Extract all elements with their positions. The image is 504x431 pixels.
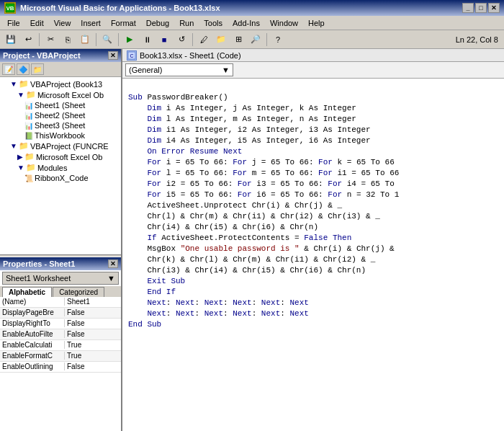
tb-undo[interactable]: ↩: [20, 32, 36, 47]
properties-content: Sheet1 Worksheet ▼ Alphabetic Categorize…: [0, 270, 121, 432]
toolbar: 💾 ↩ ✂ ⎘ 📋 🔍 ▶ ⏸ ■ ↺ 🖊 📁 ⊞ 🔎 ? Ln 22, Col…: [0, 30, 504, 49]
properties-close[interactable]: ✕: [108, 259, 118, 268]
tree-label: Microsoft Excel Ob: [36, 153, 102, 161]
properties-tabs: Alphabetic Categorized: [0, 286, 121, 297]
tree-sheet1[interactable]: 📊 Sheet1 (Sheet: [0, 100, 121, 110]
tb-copy[interactable]: ⎘: [60, 32, 76, 47]
props-name-label: (Name): [0, 298, 65, 306]
menu-addins[interactable]: Add-Ins: [228, 18, 264, 28]
code-window-icon: C: [127, 50, 137, 61]
tb-paste[interactable]: 📋: [77, 32, 93, 47]
tree-label: Sheet1 (Sheet: [35, 101, 85, 110]
svg-text:VB: VB: [6, 5, 14, 12]
tree-label: VBAProject (FUNCRE: [30, 142, 109, 151]
menu-edit[interactable]: Edit: [26, 18, 48, 28]
props-value: True: [65, 352, 84, 360]
close-btn[interactable]: ✕: [488, 3, 500, 13]
tab-categorized[interactable]: Categorized: [53, 287, 104, 297]
tree-vbaproject-funcre[interactable]: ▼ 📁 VBAProject (FUNCRE: [0, 141, 121, 151]
props-row-enableoutlining: EnableOutlining False: [0, 362, 121, 373]
code-editor[interactable]: Sub PasswordBreaker() Dim i As Integer, …: [122, 79, 504, 431]
tree-label: Microsoft Excel Ob: [37, 91, 104, 99]
tree-modules[interactable]: ▼ 📁 Modules: [0, 162, 121, 173]
code-general-dropdown[interactable]: (General) ▼: [125, 63, 233, 76]
props-row-displayrightto: DisplayRightTo False: [0, 319, 121, 329]
tree-excel-objects-1[interactable]: ▼ 📁 Microsoft Excel Ob: [0, 89, 121, 100]
properties-title: Properties - Sheet1: [3, 259, 75, 268]
tree-vbaproject-book13[interactable]: ▼ 📁 VBAProject (Book13: [0, 79, 121, 89]
tb-help[interactable]: ?: [270, 32, 286, 47]
project-explorer-header: Project - VBAProject ✕: [0, 49, 121, 62]
props-value: False: [65, 319, 86, 327]
tb-sep3: [118, 33, 119, 46]
toggle-folders-btn[interactable]: 📁: [31, 63, 44, 75]
code-window-title: C Book13.xlsx - Sheet1 (Code): [122, 49, 504, 62]
cursor-position: Ln 22, Col 8: [456, 35, 501, 44]
minimize-btn[interactable]: _: [462, 3, 474, 13]
tb-designer[interactable]: 🖊: [196, 32, 212, 47]
menu-run[interactable]: Run: [175, 18, 198, 28]
menu-tools[interactable]: Tools: [199, 18, 227, 28]
properties-header: Properties - Sheet1 ✕: [0, 257, 121, 270]
tree-sheet3[interactable]: 📊 Sheet3 (Sheet: [0, 120, 121, 130]
tree-ribbonx[interactable]: 📜 RibbonX_Code: [0, 173, 121, 183]
app-icon: VB: [4, 2, 16, 14]
menu-bar: File Edit View Insert Format Debug Run T…: [0, 16, 504, 30]
props-row-enableautofilte: EnableAutoFilte False: [0, 329, 121, 340]
tb-pause[interactable]: ⏸: [139, 32, 155, 47]
tb-props[interactable]: ⊞: [230, 32, 246, 47]
menu-file[interactable]: File: [3, 18, 24, 28]
menu-help[interactable]: Help: [304, 18, 329, 28]
code-editor-panel: C Book13.xlsx - Sheet1 (Code) (General) …: [122, 49, 504, 431]
props-name-label: EnableAutoFilte: [0, 330, 65, 338]
props-name-label: EnableOutlining: [0, 363, 65, 370]
main-content: Project - VBAProject ✕ 📝 🔷 📁 ▼ 📁 VBAProj…: [0, 49, 504, 431]
tb-objbr[interactable]: 🔎: [248, 32, 264, 47]
tb-stop[interactable]: ■: [156, 32, 172, 47]
dropdown-arrow: ▼: [222, 66, 230, 74]
tree-label: Sheet3 (Sheet: [35, 121, 85, 130]
props-value: False: [65, 363, 86, 370]
menu-window[interactable]: Window: [266, 18, 302, 28]
tb-save[interactable]: 💾: [3, 32, 19, 47]
props-name-label: DisplayPageBre: [0, 308, 65, 316]
props-name-label: DisplayRightTo: [0, 319, 65, 327]
view-object-btn[interactable]: 🔷: [17, 63, 30, 75]
props-dropdown-value: Sheet1 Worksheet: [6, 274, 71, 283]
tb-find[interactable]: 🔍: [99, 32, 115, 47]
menu-debug[interactable]: Debug: [142, 18, 174, 28]
left-panel: Project - VBAProject ✕ 📝 🔷 📁 ▼ 📁 VBAProj…: [0, 49, 122, 431]
project-toolbar: 📝 🔷 📁: [0, 62, 121, 77]
props-row-displaypagebr: DisplayPageBre False: [0, 308, 121, 319]
tree-sheet2[interactable]: 📊 Sheet2 (Sheet: [0, 110, 121, 120]
properties-table: (Name) Sheet1 DisplayPageBre False Displ…: [0, 297, 121, 432]
properties-panel: Properties - Sheet1 ✕ Sheet1 Worksheet ▼…: [0, 257, 121, 432]
title-bar: VB Microsoft Visual Basic for Applicatio…: [0, 0, 504, 16]
menu-insert[interactable]: Insert: [76, 18, 105, 28]
tb-cut[interactable]: ✂: [42, 32, 58, 47]
window-controls: _ □ ✕: [462, 3, 500, 13]
properties-dropdown[interactable]: Sheet1 Worksheet ▼: [2, 272, 119, 285]
tb-sep4: [192, 33, 193, 46]
tree-label: Sheet2 (Sheet: [35, 111, 85, 120]
project-explorer-close[interactable]: ✕: [108, 51, 118, 60]
props-value: False: [65, 308, 86, 316]
menu-format[interactable]: Format: [107, 18, 140, 28]
tb-projexp[interactable]: 📁: [213, 32, 229, 47]
tb-reset[interactable]: ↺: [174, 32, 189, 47]
tree-thisworkbook[interactable]: 📗 ThisWorkbook: [0, 130, 121, 141]
project-explorer-title: Project - VBAProject: [3, 51, 81, 60]
tab-alphabetic[interactable]: Alphabetic: [2, 287, 52, 297]
props-row-enablecalculati: EnableCalculati True: [0, 340, 121, 351]
tree-label: RibbonX_Code: [35, 174, 89, 182]
view-code-btn[interactable]: 📝: [2, 63, 15, 75]
tb-run[interactable]: ▶: [122, 32, 138, 47]
menu-view[interactable]: View: [50, 18, 76, 28]
props-value: True: [65, 341, 84, 349]
props-name-label: EnableFormatC: [0, 352, 65, 360]
tree-label: VBAProject (Book13: [30, 80, 102, 89]
tree-excel-objects-2[interactable]: ▶ 📁 Microsoft Excel Ob: [0, 151, 121, 162]
maximize-btn[interactable]: □: [475, 3, 487, 13]
title-text: Microsoft Visual Basic for Applications …: [20, 4, 220, 12]
props-dropdown-arrow: ▼: [107, 274, 115, 283]
